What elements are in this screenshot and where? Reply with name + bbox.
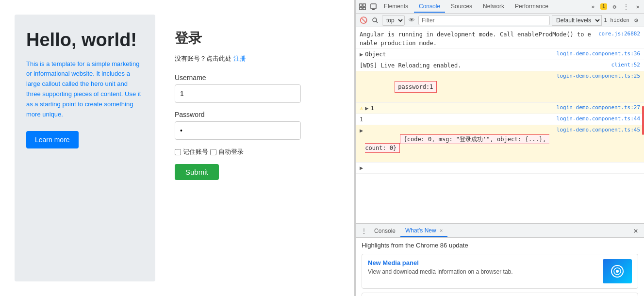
console-line-content: 1 xyxy=(360,115,553,124)
console-output[interactable]: Angular is running in development mode. … xyxy=(356,27,644,223)
console-line-warn: ⚠ ▶ 1 login-demo.component.ts:27 xyxy=(356,103,644,114)
devtools-tab-icons: » 1 ⚙ ⋮ ✕ xyxy=(589,2,642,11)
console-line-content: 1 xyxy=(370,104,552,113)
svg-point-10 xyxy=(616,270,619,273)
whats-new-card-issues: Issues tab updates xyxy=(362,293,638,296)
inspect-icon[interactable] xyxy=(358,2,367,12)
scrollbar-indicator[interactable] xyxy=(642,106,644,135)
whats-new-card-text: New Media panel View and download media … xyxy=(368,259,597,275)
devtools-tabbar: Elements Console Sources Network Perform… xyxy=(356,0,644,14)
card-title-media[interactable]: New Media panel xyxy=(368,259,597,266)
remember-label: 记住账号 xyxy=(183,148,208,156)
console-line: Angular is running in development mode. … xyxy=(356,29,644,49)
console-line-source[interactable]: login-demo.component.ts:45 xyxy=(557,126,640,134)
code-box: password:1 xyxy=(395,81,436,93)
username-form-group: Username xyxy=(175,74,335,103)
svg-rect-3 xyxy=(363,7,365,10)
expand-icon[interactable]: ▶ xyxy=(360,126,363,135)
main-page: Hello, world! This is a template for a s… xyxy=(0,0,354,296)
bottom-tab-console[interactable]: Console xyxy=(369,226,400,236)
svg-rect-1 xyxy=(363,4,365,6)
password-input[interactable] xyxy=(175,121,301,140)
devtools-toolbar: 🚫 top 👁 Default levels 1 hidden ⚙ xyxy=(356,14,644,27)
tab-performance[interactable]: Performance xyxy=(510,1,553,13)
levels-select[interactable]: Default levels xyxy=(552,15,602,26)
submit-button[interactable]: Submit xyxy=(175,164,219,180)
password-label: Password xyxy=(175,111,335,118)
device-icon[interactable] xyxy=(368,2,378,12)
login-section: 登录 没有账号？点击此处 注册 Username Password 记住账号 自… xyxy=(155,0,354,296)
result-box: {code: 0, msg: "登录成功'", object: {...}, c… xyxy=(365,134,549,153)
register-link[interactable]: 注册 xyxy=(233,55,246,62)
expand-icon[interactable]: ▶ xyxy=(360,164,363,172)
svg-rect-4 xyxy=(371,4,376,9)
highlights-title: Highlights from the Chrome 86 update xyxy=(362,242,638,249)
svg-rect-2 xyxy=(360,7,362,10)
bottom-tabbar: ⋮ Console What's New × × xyxy=(356,224,644,238)
console-line-content: [WDS] Live Reloading enabled. xyxy=(360,61,607,70)
console-line: ▶ Object login-demo.component.ts:36 xyxy=(356,49,644,60)
autologin-label: 自动登录 xyxy=(218,148,244,156)
tab-elements[interactable]: Elements xyxy=(379,1,413,13)
warn-badge: 1 xyxy=(600,3,607,10)
settings-icon[interactable]: ⚙ xyxy=(610,2,619,11)
console-line-source[interactable]: login-demo.component.ts:36 xyxy=(557,50,640,58)
whatsnew-close-icon[interactable]: × xyxy=(440,228,443,233)
svg-line-7 xyxy=(376,21,378,23)
hero-title: Hello, world! xyxy=(26,29,144,51)
hidden-badge: 1 hidden xyxy=(604,17,629,23)
console-line: ▶ xyxy=(356,163,644,174)
hero-description: This is a template for a simple marketin… xyxy=(26,59,144,120)
devtools-main: Angular is running in development mode. … xyxy=(356,27,644,223)
tab-sources[interactable]: Sources xyxy=(446,1,477,13)
expand-icon[interactable]: ▶ xyxy=(360,50,363,59)
login-title: 登录 xyxy=(175,29,335,48)
bottom-tab-whatsnew[interactable]: What's New × xyxy=(400,225,447,237)
learn-more-button[interactable]: Learn more xyxy=(26,131,79,148)
bottom-content: Highlights from the Chrome 86 update New… xyxy=(356,238,644,296)
console-line: 1 login-demo.component.ts:44 xyxy=(356,114,644,125)
console-line-source[interactable]: core.js:26882 xyxy=(598,30,640,38)
dots-menu-icon[interactable]: ⋮ xyxy=(359,227,369,235)
svg-point-6 xyxy=(373,18,377,22)
svg-rect-5 xyxy=(372,9,375,10)
console-line: [WDS] Live Reloading enabled. client:52 xyxy=(356,60,644,71)
username-input[interactable] xyxy=(175,84,301,103)
clear-console-icon[interactable]: 🚫 xyxy=(359,16,368,25)
username-label: Username xyxy=(175,74,335,82)
hero-section: Hello, world! This is a template for a s… xyxy=(15,15,155,281)
settings-gear-icon[interactable]: ⚙ xyxy=(631,16,641,25)
card-image-media xyxy=(603,259,632,283)
console-line-content: {code: 0, msg: "登录成功'", object: {...}, c… xyxy=(365,126,553,161)
console-line-source[interactable]: client:52 xyxy=(611,61,640,69)
remember-checkbox[interactable] xyxy=(175,149,181,155)
filter-icon[interactable] xyxy=(370,16,380,25)
svg-rect-0 xyxy=(360,4,362,6)
console-line-content: Angular is running in development mode. … xyxy=(360,30,594,48)
console-line-source[interactable]: login-demo.component.ts:27 xyxy=(557,104,640,112)
whats-new-card-media: New Media panel View and download media … xyxy=(362,254,638,289)
devtools-panel: Elements Console Sources Network Perform… xyxy=(355,0,644,296)
password-form-group: Password xyxy=(175,111,335,140)
expand-icon[interactable]: ▶ xyxy=(365,104,368,113)
checkbox-row: 记住账号 自动登录 xyxy=(175,148,335,156)
context-selector[interactable]: top xyxy=(382,15,405,26)
card-desc-media: View and download media information on a… xyxy=(368,268,597,275)
tab-console[interactable]: Console xyxy=(414,1,445,13)
close-devtools-icon[interactable]: ✕ xyxy=(633,2,642,11)
console-line-password: password:1 login-demo.component.ts:25 xyxy=(356,71,644,103)
eye-icon[interactable]: 👁 xyxy=(407,16,416,25)
more-options-icon[interactable]: ⋮ xyxy=(622,2,630,11)
tab-network[interactable]: Network xyxy=(478,1,509,13)
console-line-source[interactable]: login-demo.component.ts:44 xyxy=(557,115,640,123)
autologin-checkbox[interactable] xyxy=(210,149,216,155)
filter-input[interactable] xyxy=(418,16,550,25)
console-line-content: Object xyxy=(365,50,553,59)
more-tabs-icon[interactable]: » xyxy=(589,2,597,11)
register-line: 没有账号？点击此处 注册 xyxy=(175,54,335,63)
console-line-source[interactable]: login-demo.component.ts:25 xyxy=(557,72,640,81)
console-line-result: ▶ {code: 0, msg: "登录成功'", object: {...},… xyxy=(356,125,644,163)
console-line-content: password:1 xyxy=(360,72,553,101)
bottom-panel-close-button[interactable]: × xyxy=(630,226,641,235)
devtools-bottom-panel: ⋮ Console What's New × × Highlights from… xyxy=(356,223,644,296)
